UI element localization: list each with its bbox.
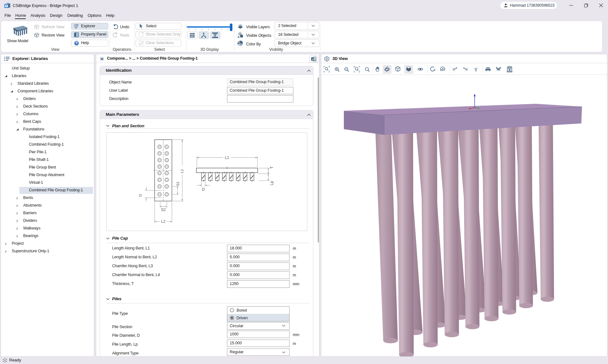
svg-text:D: D: [138, 194, 142, 196]
svg-text:?: ?: [76, 41, 77, 45]
svg-text:L2: L2: [161, 219, 165, 224]
svg-text:S1: S1: [176, 181, 179, 186]
svg-text:Lp: Lp: [269, 181, 274, 185]
svg-text:S2: S2: [161, 208, 166, 212]
svg-text:D: D: [202, 187, 205, 192]
svg-text:L1: L1: [180, 169, 184, 173]
svg-text:L1: L1: [225, 156, 229, 160]
svg-text:T: T: [269, 166, 274, 169]
